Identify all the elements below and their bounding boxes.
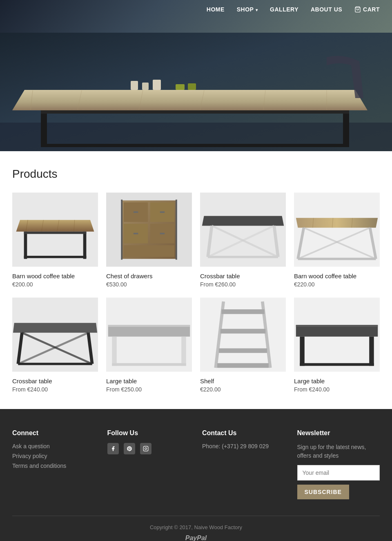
product-card[interactable]: Large table From €250.00: [106, 296, 192, 393]
product-name: Large table: [106, 378, 192, 385]
main-nav: HOME SHOP ▾ GALLERY ABOUT US CART: [0, 0, 392, 19]
svg-rect-35: [124, 245, 174, 257]
hero-image: [0, 33, 392, 151]
product-name: Crossbar table: [200, 273, 286, 279]
product-image: [106, 296, 192, 373]
nav-home[interactable]: HOME: [207, 6, 225, 13]
product-image: [294, 191, 380, 268]
svg-rect-40: [121, 200, 122, 260]
svg-rect-38: [134, 233, 138, 235]
product-name: Chest of drawers: [106, 273, 192, 279]
svg-rect-78: [217, 363, 269, 368]
svg-rect-9: [41, 110, 47, 147]
newsletter-title: Newsletter: [297, 429, 380, 437]
svg-rect-17: [188, 83, 196, 90]
product-image-wrap: [12, 191, 98, 268]
footer: Connect Ask a question Privacy policy Te…: [0, 409, 392, 541]
product-image: [200, 191, 286, 268]
svg-rect-68: [108, 325, 190, 327]
product-card[interactable]: Large table From €240.00: [294, 296, 380, 393]
product-card[interactable]: Shelf €220.00: [200, 296, 286, 393]
product-name: Barn wood coffee table: [12, 273, 98, 279]
product-name: Barn wood coffee table: [294, 273, 380, 279]
product-price: From €260.00: [200, 281, 286, 288]
svg-marker-50: [296, 218, 378, 228]
product-card[interactable]: Crossbar table From €240.00: [12, 296, 98, 393]
products-title: Products: [12, 168, 380, 181]
svg-rect-76: [220, 329, 266, 333]
svg-rect-10: [343, 110, 349, 147]
product-image-wrap: [294, 191, 380, 268]
product-image: [200, 296, 286, 373]
footer-contact: Contact Us Phone: (+371) 29 809 029: [202, 429, 285, 499]
hero-header: HOME SHOP ▾ GALLERY ABOUT US CART: [0, 0, 392, 151]
product-image-wrap: [106, 296, 192, 373]
product-price: €200.00: [12, 281, 98, 288]
nav-shop[interactable]: SHOP ▾: [237, 6, 258, 13]
product-name: Large table: [294, 378, 380, 385]
paypal-logo: PayPal: [12, 534, 380, 541]
product-card[interactable]: Chest of drawers €530.00: [106, 191, 192, 288]
products-grid: Barn wood coffee table €200.00: [12, 191, 380, 393]
product-image: [12, 191, 98, 268]
svg-rect-39: [160, 233, 165, 235]
contact-phone: Phone: (+371) 29 809 029: [202, 443, 285, 449]
email-input[interactable]: [297, 465, 380, 481]
svg-rect-83: [369, 337, 374, 366]
svg-rect-85: [143, 446, 148, 451]
svg-rect-82: [300, 337, 304, 366]
product-price: €220.00: [200, 386, 286, 393]
products-section: Products: [0, 151, 392, 409]
nav-cart[interactable]: CART: [354, 6, 380, 13]
facebook-icon[interactable]: [107, 443, 119, 454]
svg-rect-16: [176, 84, 185, 90]
follow-title: Follow Us: [107, 429, 190, 437]
svg-rect-81: [296, 325, 378, 327]
product-price: From €240.00: [294, 386, 380, 393]
nav-about[interactable]: ABOUT US: [311, 6, 342, 13]
connect-title: Connect: [12, 429, 95, 437]
product-card[interactable]: Barn wood coffee table €200.00: [12, 191, 98, 288]
svg-rect-11: [41, 144, 349, 147]
svg-rect-25: [24, 232, 27, 259]
svg-marker-60: [13, 323, 97, 333]
product-card[interactable]: Barn wood coffee table €220.00: [294, 191, 380, 288]
footer-link-privacy[interactable]: Privacy policy: [12, 453, 95, 459]
svg-rect-13: [131, 81, 138, 90]
svg-rect-75: [222, 309, 265, 314]
subscribe-button[interactable]: SUBSCRIBE: [297, 485, 349, 499]
svg-rect-84: [300, 363, 374, 366]
product-name: Crossbar table: [12, 378, 98, 385]
cart-icon: [354, 6, 361, 13]
product-price: From €250.00: [106, 386, 192, 393]
svg-rect-14: [142, 83, 149, 90]
svg-rect-77: [219, 348, 267, 353]
footer-bottom: Copyright © 2017, Naive Wood Factory Pay…: [12, 516, 380, 541]
svg-marker-2: [12, 90, 368, 110]
instagram-icon[interactable]: [140, 443, 151, 454]
product-image-wrap: [294, 296, 380, 373]
newsletter-description: Sign up for the latest news, offers and …: [297, 443, 380, 460]
svg-rect-26: [83, 232, 87, 259]
svg-marker-20: [16, 220, 94, 232]
nav-gallery[interactable]: GALLERY: [270, 6, 298, 13]
footer-link-ask[interactable]: Ask a question: [12, 443, 95, 449]
pinterest-icon[interactable]: [124, 443, 135, 454]
product-image-wrap: [12, 296, 98, 373]
footer-follow: Follow Us: [107, 429, 190, 499]
copyright-text: Copyright © 2017, Naive Wood Factory: [12, 524, 380, 530]
svg-rect-69: [112, 337, 116, 366]
svg-rect-41: [176, 200, 177, 260]
footer-link-terms[interactable]: Terms and conditions: [12, 463, 95, 469]
svg-rect-71: [112, 363, 186, 366]
svg-rect-36: [134, 211, 138, 213]
svg-rect-15: [153, 80, 161, 90]
svg-rect-72: [200, 297, 286, 371]
svg-rect-28: [24, 232, 87, 234]
svg-rect-37: [160, 211, 165, 213]
svg-rect-70: [181, 337, 186, 366]
product-image: [12, 296, 98, 373]
product-card[interactable]: Crossbar table From €260.00: [200, 191, 286, 288]
product-name: Shelf: [200, 378, 286, 385]
product-image-wrap: [200, 296, 286, 373]
